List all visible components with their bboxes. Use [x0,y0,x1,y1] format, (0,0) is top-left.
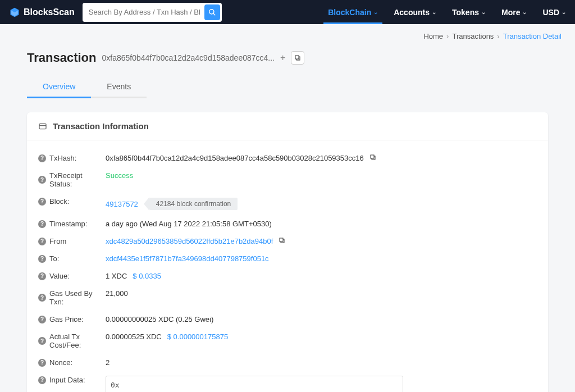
help-icon[interactable]: ? [38,316,46,323]
breadcrumb-separator: › [446,32,449,40]
to-address-link[interactable]: xdcf4435e1f5f7871b7fa349698dd407798759f0… [106,254,269,263]
breadcrumb-home[interactable]: Home [423,32,443,40]
search-button[interactable] [204,4,220,20]
svg-point-0 [209,9,213,13]
field-block: ?Block: 49137572 42184 block confirmatio… [38,193,537,215]
copy-icon [369,154,376,161]
brand-name: BlocksScan [24,7,75,17]
help-icon[interactable]: ? [38,198,46,206]
input-data-textarea[interactable] [106,376,403,392]
chevron-down-icon: ⌄ [522,9,527,15]
field-nonce: ?Nonce: 2 [38,354,537,371]
copy-icon [279,237,285,244]
nonce-value: 2 [106,358,109,367]
help-icon[interactable]: ? [38,238,46,245]
receipt-status: Success [106,171,133,180]
copy-icon [294,54,301,61]
main-nav: BlockChain⌄ Accounts⌄ Tokens⌄ More⌄ USD⌄ [328,0,566,24]
cost-value: 0.00000525 XDC [106,332,162,341]
svg-rect-7 [371,155,374,158]
tab-overview[interactable]: Overview [27,76,91,98]
svg-line-1 [213,13,215,15]
field-from: ?From xdc4829a50d29653859d56022ffd5b21e7… [38,233,537,250]
add-button[interactable]: + [280,53,285,63]
logo-icon [9,7,20,18]
nav-tokens[interactable]: Tokens⌄ [452,0,486,24]
from-address-link[interactable]: xdc4829a50d29653859d56022ffd5b21e7b2da94… [106,237,273,245]
chevron-down-icon: ⌄ [481,9,486,15]
svg-rect-3 [295,56,299,59]
field-input: ?Input Data: [38,371,537,392]
field-value: ?Value: 1 XDC $ 0.0335 [38,267,537,285]
card-header: Transaction Information [27,112,548,140]
help-icon[interactable]: ? [38,255,46,263]
svg-rect-9 [280,238,283,241]
page-title-row: Transaction 0xfa865f0b44f7b0ca12d2a4c9d1… [0,48,575,76]
copy-from-button[interactable] [279,237,285,245]
nav-blockchain[interactable]: BlockChain⌄ [328,0,378,24]
help-icon[interactable]: ? [38,294,46,302]
svg-rect-4 [39,124,46,129]
copy-hash-button[interactable] [291,51,304,65]
field-gas-used: ?Gas Used By Txn: 21,000 [38,285,537,311]
nav-accounts[interactable]: Accounts⌄ [394,0,436,24]
title-hash: 0xfa865f0b44f7b0ca12d2a4c9d158adee087cc4… [102,53,275,62]
help-icon[interactable]: ? [38,220,46,228]
cost-usd: $ 0.000000175875 [167,332,228,341]
search-input[interactable] [84,4,204,20]
nav-currency[interactable]: USD⌄ [542,0,566,24]
chevron-down-icon: ⌄ [562,9,566,15]
breadcrumb-transactions[interactable]: Transactions [452,32,494,40]
nav-more[interactable]: More⌄ [501,0,527,24]
timestamp-value: a day ago (Wed Aug 17 2022 21:05:58 GMT+… [106,220,272,228]
field-gas-price: ?Gas Price: 0.00000000025 XDC (0.25 Gwei… [38,311,537,328]
gas-price-value: 0.00000000025 XDC (0.25 Gwei) [106,315,213,323]
field-receipt: ?TxReceipt Status: Success [38,167,537,193]
field-to: ?To: xdcf4435e1f5f7871b7fa349698dd407798… [38,250,537,267]
info-card-icon [38,122,47,131]
search-icon [208,8,216,16]
field-cost: ?Actual Tx Cost/Fee: 0.00000525 XDC $ 0.… [38,328,537,354]
block-confirmation-chip: 42184 block confirmation [144,197,238,211]
breadcrumb-current: Transaction Detail [503,32,562,40]
txhash-value: 0xfa865f0b44f7b0ca12d2a4c9d158adee087cc4… [106,154,364,162]
help-icon[interactable]: ? [38,154,46,162]
field-txhash: ?TxHash: 0xfa865f0b44f7b0ca12d2a4c9d158a… [38,149,537,167]
field-timestamp: ?Timestamp: a day ago (Wed Aug 17 2022 2… [38,215,537,233]
value-usd: $ 0.0335 [133,272,161,280]
help-icon[interactable]: ? [38,272,46,280]
block-link[interactable]: 49137572 [106,200,138,208]
logo[interactable]: BlocksScan [9,7,75,18]
help-icon[interactable]: ? [38,359,46,367]
card-heading: Transaction Information [53,121,149,131]
page-title: Transaction [27,51,96,65]
tab-events[interactable]: Events [91,76,147,98]
help-icon[interactable]: ? [38,376,46,384]
breadcrumb-separator: › [497,32,499,40]
chevron-down-icon: ⌄ [432,9,436,15]
transaction-info-card: Transaction Information ?TxHash: 0xfa865… [27,112,548,392]
search-bar [83,3,222,22]
chevron-down-icon: ⌄ [373,9,378,15]
tabs: Overview Events [0,76,575,99]
breadcrumb: Home › Transactions › Transaction Detail [0,24,575,48]
help-icon[interactable]: ? [38,176,46,184]
help-icon[interactable]: ? [38,337,46,345]
copy-txhash-button[interactable] [369,154,376,162]
gas-used-value: 21,000 [106,289,128,298]
value-amount: 1 XDC [106,272,127,280]
